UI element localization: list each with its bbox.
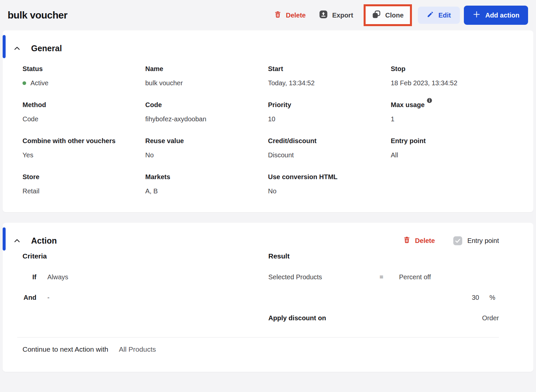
general-section: General Status Active Name bulk voucher … [3, 30, 533, 212]
clone-button[interactable]: Clone [369, 8, 407, 22]
result-row-apply: Apply discount on Order [268, 313, 499, 323]
field-entry-point: Entry point All [391, 136, 514, 160]
section-accent-bar [3, 35, 6, 58]
field-code: Code fihybofez-axydooban [145, 100, 268, 124]
field-credit-discount: Credit/discount Discount [268, 136, 391, 160]
percent-value: 30 [472, 293, 479, 302]
continue-value: All Products [119, 345, 156, 354]
field-status: Status Active [22, 64, 145, 88]
field-start: Start Today, 13:34:52 [268, 64, 391, 88]
action-section-header: Action Delete Entry [3, 223, 533, 251]
trash-icon [403, 236, 411, 245]
clone-highlight-box: Clone [364, 4, 412, 26]
action-delete-label: Delete [415, 237, 435, 245]
entry-point-toggle: Entry point [453, 236, 499, 245]
chevron-up-icon[interactable] [13, 44, 22, 53]
general-fields-grid: Status Active Name bulk voucher Start To… [3, 62, 533, 212]
page-header: bulk voucher Delete Export [0, 0, 536, 30]
result-column: Result Selected Products = Percent off 3… [268, 251, 499, 323]
delete-button[interactable]: Delete [269, 7, 310, 23]
check-icon [455, 238, 461, 244]
field-stop: Stop 18 Feb 2023, 13:34:52 [391, 64, 514, 88]
edit-button[interactable]: Edit [418, 7, 460, 24]
criteria-title: Criteria [22, 251, 268, 261]
action-section-title: Action [31, 235, 57, 246]
add-action-button[interactable]: Add action [464, 6, 528, 25]
field-method: Method Code [22, 100, 145, 124]
general-section-header: General [3, 30, 533, 62]
add-action-button-label: Add action [485, 12, 519, 19]
field-name: Name bulk voucher [145, 64, 268, 88]
criteria-row-and: And - [22, 293, 268, 302]
field-max-usage: Max usage 1 [391, 100, 514, 124]
clone-button-label: Clone [385, 12, 404, 19]
field-combine: Combine with other vouchers Yes [22, 136, 145, 160]
result-operator: = [380, 272, 399, 282]
export-icon [319, 10, 328, 20]
result-left-operand: Selected Products [268, 272, 380, 282]
export-button[interactable]: Export [314, 7, 358, 24]
result-row-products: Selected Products = Percent off [268, 272, 499, 282]
page-title: bulk voucher [8, 10, 67, 21]
status-dot-icon [22, 81, 26, 85]
result-title: Result [268, 251, 499, 261]
chevron-up-icon[interactable] [13, 236, 22, 245]
general-section-title: General [31, 43, 62, 54]
result-right-operand: Percent off [399, 272, 499, 282]
action-footer: Continue to next Action with All Product… [3, 337, 533, 372]
pencil-icon [427, 11, 434, 20]
field-use-conversion-html: Use conversion HTML No [268, 172, 391, 196]
percent-unit: % [489, 293, 495, 302]
action-section: Action Delete Entry [3, 223, 533, 372]
trash-icon [274, 11, 282, 20]
edit-button-label: Edit [438, 12, 451, 19]
delete-button-label: Delete [286, 12, 306, 19]
status-value: Active [30, 78, 48, 88]
entry-point-checkbox-label: Entry point [467, 237, 499, 245]
header-actions: Delete Export Clone [269, 4, 528, 26]
criteria-row-if: If Always [22, 272, 268, 282]
field-markets: Markets A, B [145, 172, 268, 196]
export-button-label: Export [332, 12, 353, 19]
field-priority: Priority 10 [268, 100, 391, 124]
section-accent-bar [3, 227, 6, 251]
criteria-column: Criteria If Always And - [22, 251, 268, 313]
field-store: Store Retail [22, 172, 145, 196]
info-icon[interactable] [427, 98, 432, 103]
continue-label: Continue to next Action with [22, 345, 108, 354]
result-row-percent: 30 % [268, 293, 499, 302]
plus-icon [472, 10, 481, 20]
clone-icon [372, 10, 381, 20]
action-delete-button[interactable]: Delete [403, 236, 435, 245]
action-body: Criteria If Always And - Result Selected… [3, 251, 533, 323]
entry-point-checkbox[interactable] [453, 236, 462, 245]
field-reuse-value: Reuse value No [145, 136, 268, 160]
